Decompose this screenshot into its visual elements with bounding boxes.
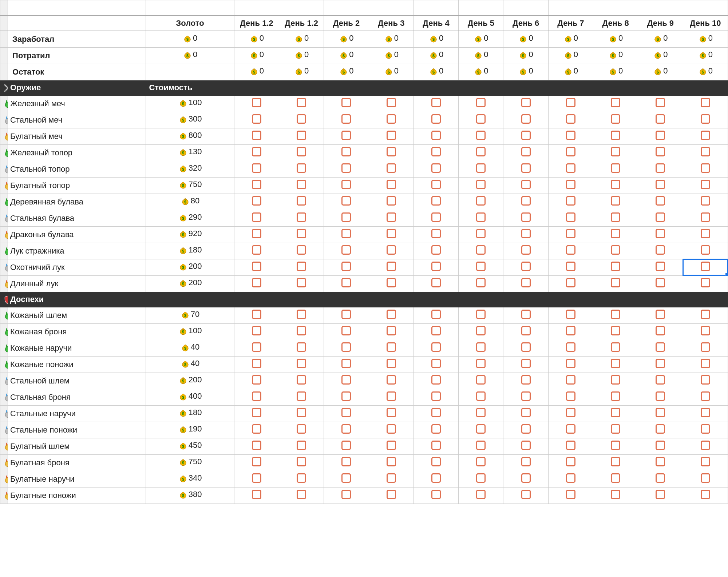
day-checkbox[interactable] <box>476 326 486 335</box>
day-checkbox[interactable] <box>341 310 351 319</box>
day-checkbox[interactable] <box>252 229 261 238</box>
day-checkbox[interactable] <box>297 342 306 352</box>
item-day-cell[interactable] <box>638 323 683 340</box>
item-day-cell[interactable] <box>324 128 369 144</box>
item-day-cell[interactable] <box>638 356 683 373</box>
item-day-cell[interactable] <box>369 487 414 504</box>
day-checkbox[interactable] <box>476 212 486 222</box>
day-checkbox[interactable] <box>611 147 620 156</box>
item-day-cell[interactable] <box>324 323 369 340</box>
day-checkbox[interactable] <box>297 278 306 287</box>
item-day-cell[interactable] <box>324 438 369 454</box>
day-checkbox[interactable] <box>701 457 710 466</box>
day-checkbox[interactable] <box>387 245 396 255</box>
item-day-cell[interactable] <box>234 144 279 161</box>
summary-day-value[interactable]: $0 <box>638 31 683 48</box>
item-day-cell[interactable] <box>683 471 728 487</box>
item-cost-cell[interactable]: $130 <box>146 144 234 161</box>
day-checkbox[interactable] <box>431 278 441 287</box>
item-cost-cell[interactable]: $200 <box>146 259 234 275</box>
day-checkbox[interactable] <box>252 212 261 222</box>
item-day-cell[interactable] <box>593 356 638 373</box>
day-checkbox[interactable] <box>566 98 575 107</box>
item-day-cell[interactable] <box>638 422 683 438</box>
summary-day-value[interactable]: $0 <box>593 47 638 64</box>
day-checkbox[interactable] <box>701 490 710 499</box>
day-checkbox[interactable] <box>521 359 531 368</box>
day-checkbox[interactable] <box>611 441 620 450</box>
day-checkbox[interactable] <box>297 147 306 156</box>
day-checkbox[interactable] <box>297 408 306 417</box>
day-checkbox[interactable] <box>701 163 710 173</box>
day-checkbox[interactable] <box>521 408 531 417</box>
item-day-cell[interactable] <box>369 373 414 389</box>
item-name-cell[interactable]: Стальной меч <box>8 112 146 128</box>
day-checkbox[interactable] <box>341 131 351 140</box>
day-checkbox[interactable] <box>252 473 261 483</box>
item-day-cell[interactable] <box>369 210 414 226</box>
item-day-cell[interactable] <box>279 144 324 161</box>
item-day-cell[interactable] <box>279 471 324 487</box>
day-checkbox[interactable] <box>521 441 531 450</box>
item-day-cell[interactable] <box>548 389 593 405</box>
item-name-cell[interactable]: Стальная булава <box>8 210 146 226</box>
day-checkbox[interactable] <box>252 278 261 287</box>
day-checkbox[interactable] <box>611 375 620 385</box>
item-day-cell[interactable] <box>548 405 593 422</box>
item-day-cell[interactable] <box>414 95 458 112</box>
day-checkbox[interactable] <box>431 391 441 401</box>
item-day-cell[interactable] <box>593 471 638 487</box>
item-day-cell[interactable] <box>548 275 593 292</box>
day-checkbox[interactable] <box>341 457 351 466</box>
day-checkbox[interactable] <box>431 147 441 156</box>
item-day-cell[interactable] <box>414 144 458 161</box>
item-day-cell[interactable] <box>279 405 324 422</box>
item-name-cell[interactable]: Булатная броня <box>8 454 146 471</box>
item-day-cell[interactable] <box>369 471 414 487</box>
day-checkbox[interactable] <box>656 212 665 222</box>
item-day-cell[interactable] <box>503 210 548 226</box>
item-day-cell[interactable] <box>683 210 728 226</box>
day-checkbox[interactable] <box>566 180 575 189</box>
item-day-cell[interactable] <box>683 340 728 356</box>
item-cost-cell[interactable]: $800 <box>146 128 234 144</box>
item-name-cell[interactable]: Кожаные поножи <box>8 356 146 373</box>
summary-day-value[interactable]: $0 <box>683 31 728 48</box>
item-day-cell[interactable] <box>459 177 503 194</box>
item-day-cell[interactable] <box>503 422 548 438</box>
item-day-cell[interactable] <box>414 323 458 340</box>
day-checkbox[interactable] <box>341 212 351 222</box>
item-day-cell[interactable] <box>548 128 593 144</box>
item-day-cell[interactable] <box>459 454 503 471</box>
day-checkbox[interactable] <box>611 408 620 417</box>
day-checkbox[interactable] <box>431 375 441 385</box>
day-checkbox[interactable] <box>701 375 710 385</box>
item-day-cell[interactable] <box>548 487 593 504</box>
day-checkbox[interactable] <box>476 163 486 173</box>
item-day-cell[interactable] <box>548 226 593 243</box>
item-day-cell[interactable] <box>503 177 548 194</box>
item-day-cell[interactable] <box>593 95 638 112</box>
item-day-cell[interactable] <box>548 194 593 210</box>
day-checkbox[interactable] <box>566 424 575 434</box>
day-checkbox[interactable] <box>341 391 351 401</box>
item-name-cell[interactable]: Железный топор <box>8 144 146 161</box>
day-checkbox[interactable] <box>341 424 351 434</box>
item-day-cell[interactable] <box>324 340 369 356</box>
day-checkbox[interactable] <box>656 441 665 450</box>
item-day-cell[interactable] <box>234 340 279 356</box>
day-checkbox[interactable] <box>656 326 665 335</box>
day-checkbox[interactable] <box>297 310 306 319</box>
item-day-cell[interactable] <box>369 323 414 340</box>
item-day-cell[interactable] <box>638 95 683 112</box>
item-day-cell[interactable] <box>503 226 548 243</box>
day-checkbox[interactable] <box>701 391 710 401</box>
day-checkbox[interactable] <box>521 98 531 107</box>
day-checkbox[interactable] <box>476 98 486 107</box>
day-checkbox[interactable] <box>611 196 620 206</box>
day-checkbox[interactable] <box>566 310 575 319</box>
item-day-cell[interactable] <box>459 144 503 161</box>
item-day-cell[interactable] <box>548 243 593 259</box>
day-checkbox[interactable] <box>297 131 306 140</box>
day-checkbox[interactable] <box>476 408 486 417</box>
